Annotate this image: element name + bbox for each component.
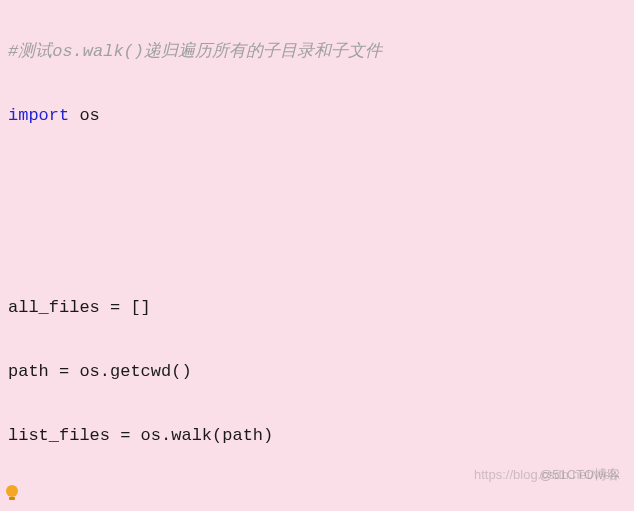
module-os: os bbox=[69, 106, 100, 125]
comment-line: #测试os.walk()递归遍历所有的子目录和子文件 bbox=[8, 42, 382, 61]
assign-path: path = os.getcwd() bbox=[8, 362, 192, 381]
assign-listfiles: list_files = os.walk(path) bbox=[8, 426, 273, 445]
keyword-import: import bbox=[8, 106, 69, 125]
assign-allfiles: all_files = [] bbox=[8, 298, 151, 317]
code-block: #测试os.walk()递归遍历所有的子目录和子文件 import os all… bbox=[8, 4, 626, 511]
watermark-text: @51CTO博客 bbox=[539, 459, 620, 491]
lightbulb-icon bbox=[6, 485, 18, 497]
